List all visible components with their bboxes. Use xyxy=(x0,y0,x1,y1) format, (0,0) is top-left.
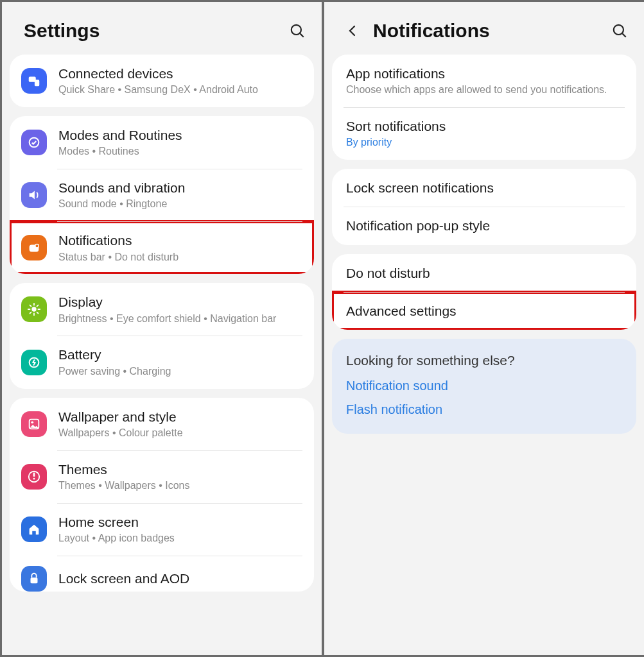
settings-group: Wallpaper and style Wallpapers • Colour … xyxy=(10,398,314,592)
notifications-row-notification-popup-style[interactable]: Notification pop-up style xyxy=(332,207,636,244)
row-sub: Layout • App icon badges xyxy=(58,532,302,545)
svg-line-24 xyxy=(622,33,625,37)
row-label: Modes and Routines xyxy=(58,126,302,144)
settings-row-notifications[interactable]: Notifications Status bar • Do not distur… xyxy=(10,221,314,274)
row-sub: Brightness • Eye comfort shield • Naviga… xyxy=(58,312,302,326)
settings-row-battery[interactable]: Battery Power saving • Charging xyxy=(10,336,314,388)
settings-row-lock-screen-aod[interactable]: Lock screen and AOD xyxy=(10,556,314,592)
info-heading: Looking for something else? xyxy=(346,353,622,368)
row-sub: Sound mode • Ringtone xyxy=(58,198,302,211)
settings-row-sounds-vibration[interactable]: Sounds and vibration Sound mode • Ringto… xyxy=(10,169,314,221)
back-icon[interactable] xyxy=(344,22,361,40)
row-texts: Connected devices Quick Share • Samsung … xyxy=(58,65,302,97)
row-label: Wallpaper and style xyxy=(58,408,302,425)
row-label: Themes xyxy=(58,461,302,478)
row-texts: Notification pop-up style xyxy=(346,217,625,234)
row-texts: Sounds and vibration Sound mode • Ringto… xyxy=(58,179,302,211)
svg-line-12 xyxy=(30,305,31,307)
notifications-group: App notifications Choose which apps are … xyxy=(332,55,636,160)
row-label: Advanced settings xyxy=(346,302,625,320)
settings-row-wallpaper-style[interactable]: Wallpaper and style Wallpapers • Colour … xyxy=(10,398,314,450)
svg-line-1 xyxy=(300,33,303,37)
svg-line-13 xyxy=(37,312,39,314)
svg-point-6 xyxy=(35,244,39,248)
notifications-header: Notifications xyxy=(324,2,644,55)
looking-for-card: Looking for something else? Notification… xyxy=(332,339,636,434)
row-sub: Modes • Routines xyxy=(58,145,302,158)
svg-point-7 xyxy=(31,307,36,312)
settings-group: Modes and Routines Modes • Routines Soun… xyxy=(10,116,314,274)
svg-rect-3 xyxy=(35,80,39,86)
settings-group: Connected devices Quick Share • Samsung … xyxy=(10,55,314,107)
notifications-group: Lock screen notifications Notification p… xyxy=(332,169,636,245)
display-icon xyxy=(21,296,47,322)
home-icon xyxy=(21,516,47,542)
settings-row-home-screen[interactable]: Home screen Layout • App icon badges xyxy=(10,503,314,556)
row-texts: Wallpaper and style Wallpapers • Colour … xyxy=(58,408,302,440)
row-texts: Battery Power saving • Charging xyxy=(58,346,302,378)
row-label: Lock screen and AOD xyxy=(58,570,302,587)
themes-icon xyxy=(21,464,47,490)
row-texts: Lock screen and AOD xyxy=(58,570,302,587)
svg-point-0 xyxy=(292,25,301,35)
row-texts: Lock screen notifications xyxy=(346,179,625,196)
row-sub: Power saving • Charging xyxy=(58,365,302,379)
row-texts: Themes Themes • Wallpapers • Icons xyxy=(58,461,302,493)
row-texts: Display Brightness • Eye comfort shield … xyxy=(58,293,302,325)
row-label: Lock screen notifications xyxy=(346,179,625,196)
notifications-row-advanced-settings[interactable]: Advanced settings xyxy=(332,292,636,330)
connected-devices-icon xyxy=(21,68,47,94)
notifications-row-app-notifications[interactable]: App notifications Choose which apps are … xyxy=(332,55,636,107)
row-sub: Themes • Wallpapers • Icons xyxy=(58,479,302,493)
row-texts: Home screen Layout • App icon badges xyxy=(58,513,302,545)
modes-icon xyxy=(21,130,47,155)
row-texts: Sort notifications By priority xyxy=(346,117,625,149)
row-texts: Advanced settings xyxy=(346,302,625,320)
row-sub: By priority xyxy=(346,136,625,149)
search-icon[interactable] xyxy=(288,22,306,40)
notifications-group: Do not disturb Advanced settings xyxy=(332,254,636,330)
svg-line-15 xyxy=(37,305,39,307)
page-title: Notifications xyxy=(373,20,599,42)
notifications-row-do-not-disturb[interactable]: Do not disturb xyxy=(332,254,636,292)
info-link-notification-sound[interactable]: Notification sound xyxy=(346,379,622,393)
row-texts: Notifications Status bar • Do not distur… xyxy=(58,232,302,264)
svg-rect-22 xyxy=(31,577,38,583)
row-label: Sounds and vibration xyxy=(58,179,302,196)
row-sub: Wallpapers • Colour palette xyxy=(58,427,302,440)
row-texts: App notifications Choose which apps are … xyxy=(346,65,625,97)
row-label: Display xyxy=(58,293,302,311)
svg-rect-20 xyxy=(33,472,35,476)
svg-rect-21 xyxy=(33,478,35,480)
notifications-row-sort-notifications[interactable]: Sort notifications By priority xyxy=(332,107,636,160)
row-label: Connected devices xyxy=(58,65,302,82)
row-label: Notifications xyxy=(58,232,302,249)
notifications-row-lock-screen-notifications[interactable]: Lock screen notifications xyxy=(332,169,636,207)
row-texts: Modes and Routines Modes • Routines xyxy=(58,126,302,158)
sound-icon xyxy=(21,182,47,208)
row-label: Sort notifications xyxy=(346,117,625,135)
lock-icon xyxy=(21,566,47,592)
row-label: Battery xyxy=(58,346,302,363)
row-sub: Choose which apps are allowed to send yo… xyxy=(346,83,625,97)
settings-group: Display Brightness • Eye comfort shield … xyxy=(10,283,314,388)
row-label: Do not disturb xyxy=(346,264,625,282)
settings-row-modes-routines[interactable]: Modes and Routines Modes • Routines xyxy=(10,116,314,169)
wallpaper-icon xyxy=(21,411,47,437)
info-link-flash-notification[interactable]: Flash notification xyxy=(346,402,622,417)
page-title: Settings xyxy=(24,20,277,42)
svg-point-23 xyxy=(614,25,623,35)
settings-row-themes[interactable]: Themes Themes • Wallpapers • Icons xyxy=(10,450,314,503)
notifications-icon xyxy=(21,235,47,260)
search-icon[interactable] xyxy=(611,22,629,40)
svg-line-14 xyxy=(30,312,31,314)
svg-point-18 xyxy=(31,421,33,423)
notifications-panel: Notifications App notifications Choose w… xyxy=(324,2,644,655)
settings-row-display[interactable]: Display Brightness • Eye comfort shield … xyxy=(10,283,314,336)
settings-panel: Settings Connected devices Quick Share •… xyxy=(2,2,322,655)
settings-header: Settings xyxy=(2,2,322,55)
row-sub: Quick Share • Samsung DeX • Android Auto xyxy=(58,83,302,97)
settings-row-connected-devices[interactable]: Connected devices Quick Share • Samsung … xyxy=(10,55,314,107)
row-sub: Status bar • Do not disturb xyxy=(58,251,302,264)
battery-icon xyxy=(21,350,47,375)
